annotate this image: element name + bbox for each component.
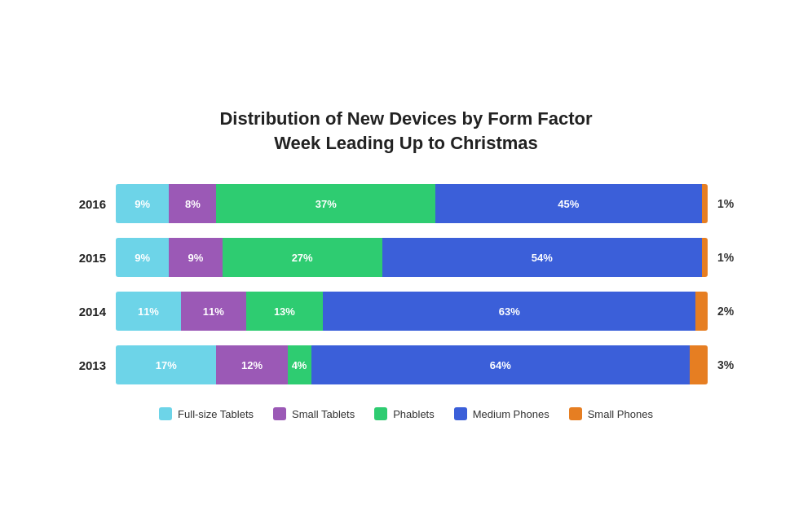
bar-segment <box>690 345 708 384</box>
bar-segment: 8% <box>169 184 216 223</box>
bar-segment: 27% <box>223 238 382 277</box>
bar-segment: 9% <box>116 184 169 223</box>
chart-row: 201411%11%13%63%2% <box>72 292 740 331</box>
bar-segment: 4% <box>288 345 311 384</box>
row-suffix: 1% <box>717 251 740 264</box>
legend-item-phablets: Phablets <box>374 407 435 420</box>
legend-item-medium_phones: Medium Phones <box>454 407 549 420</box>
legend: Full-size TabletsSmall TabletsPhabletsMe… <box>72 407 740 420</box>
chart-title-line1: Distribution of New Devices by Form Fact… <box>72 107 740 131</box>
chart-title-line2: Week Leading Up to Christmas <box>72 131 740 156</box>
bar-segment: 12% <box>216 345 287 384</box>
legend-swatch <box>569 407 582 420</box>
bar-segment: 37% <box>216 184 435 223</box>
row-year-label: 2014 <box>72 305 106 318</box>
legend-label: Medium Phones <box>473 408 549 420</box>
legend-swatch <box>159 407 172 420</box>
chart-rows: 20169%8%37%45%1%20159%9%27%54%1%201411%1… <box>72 184 740 384</box>
bar-segment: 17% <box>116 345 216 384</box>
legend-swatch <box>454 407 467 420</box>
row-suffix: 2% <box>717 305 740 318</box>
bar-segment: 54% <box>382 238 702 277</box>
row-year-label: 2015 <box>72 251 106 265</box>
bar-wrapper: 9%8%37%45% <box>116 184 708 223</box>
bar-wrapper: 17%12%4%64% <box>116 345 708 384</box>
bar-segment: 64% <box>311 345 691 384</box>
bar-segment <box>702 184 708 223</box>
chart-title: Distribution of New Devices by Form Fact… <box>72 107 740 155</box>
legend-label: Phablets <box>393 408 435 420</box>
row-suffix: 3% <box>717 358 740 371</box>
legend-item-fullsize_tablets: Full-size Tablets <box>159 407 254 420</box>
row-year-label: 2016 <box>72 197 106 211</box>
bar-segment: 9% <box>116 238 169 277</box>
bar-wrapper: 11%11%13%63% <box>116 292 708 331</box>
bar-segment: 45% <box>435 184 702 223</box>
legend-label: Full-size Tablets <box>178 408 254 420</box>
row-suffix: 1% <box>717 197 740 210</box>
bar-segment <box>702 238 708 277</box>
chart-row: 20169%8%37%45%1% <box>72 184 740 223</box>
legend-label: Small Phones <box>588 408 653 420</box>
chart-row: 20159%9%27%54%1% <box>72 238 740 277</box>
bar-segment <box>695 292 708 331</box>
bar-segment: 11% <box>116 292 181 331</box>
bar-segment: 13% <box>246 292 323 331</box>
bar-segment: 11% <box>181 292 246 331</box>
chart-container: Distribution of New Devices by Form Fact… <box>39 82 773 445</box>
legend-swatch <box>273 407 286 420</box>
legend-label: Small Tablets <box>292 408 355 420</box>
chart-row: 201317%12%4%64%3% <box>72 345 740 384</box>
legend-item-small_phones: Small Phones <box>569 407 653 420</box>
legend-item-small_tablets: Small Tablets <box>273 407 355 420</box>
bar-wrapper: 9%9%27%54% <box>116 238 708 277</box>
row-year-label: 2013 <box>72 358 106 372</box>
legend-swatch <box>374 407 387 420</box>
bar-segment: 9% <box>169 238 222 277</box>
bar-segment: 63% <box>323 292 695 331</box>
